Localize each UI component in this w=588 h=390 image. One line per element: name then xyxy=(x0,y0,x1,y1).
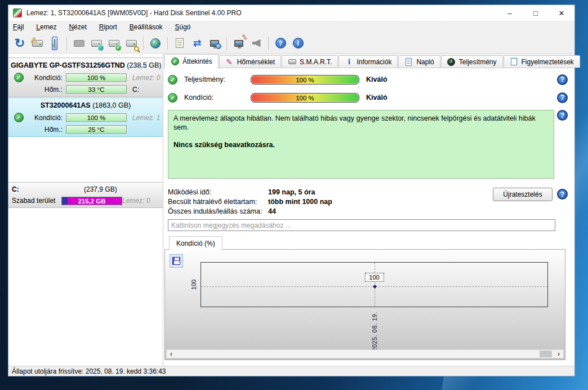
title-bar: Lemez: 1, ST32000641AS [9WM05V0D] - Hard… xyxy=(8,5,574,21)
help-icon[interactable]: ? xyxy=(273,36,288,51)
disk-size: (238,5 GB) xyxy=(127,61,161,69)
disk-panel-0[interactable]: GIGABYTE GP-GSTFS31256GTND (238,5 GB) Ko… xyxy=(8,57,163,97)
tab-label: S.M.A.R.T. xyxy=(300,58,332,66)
disk-name: ST32000641AS xyxy=(41,101,91,109)
temperature-bar: 25 °C xyxy=(66,125,127,134)
info-icon[interactable]: i xyxy=(290,36,306,51)
help-icon[interactable] xyxy=(557,110,568,121)
temperature-label: Hőm.: xyxy=(25,86,63,94)
sound-icon[interactable] xyxy=(248,36,264,51)
condition-chart-panel: 100 100 2025. 08. 19. ‹ › xyxy=(164,249,565,360)
help-icon[interactable] xyxy=(557,189,568,200)
toolbar-separator xyxy=(66,37,67,50)
help-icon[interactable] xyxy=(557,92,568,103)
content-area: Áttekintés Hőmérséklet S.M.A.R.T. Inform… xyxy=(163,54,574,366)
close-button[interactable]: ✕ xyxy=(549,5,574,21)
tab-log[interactable]: Napló xyxy=(398,55,440,68)
chart-tab-condition[interactable]: Kondíció (%) xyxy=(169,236,222,250)
help-icon[interactable] xyxy=(557,74,568,85)
tab-smart[interactable]: S.M.A.R.T. xyxy=(282,55,338,68)
condition-bar: 100 % xyxy=(66,113,127,122)
disk-number-label: Lemez: 0 xyxy=(132,74,160,82)
tab-overview[interactable]: Áttekintés xyxy=(164,54,219,68)
disk-icon xyxy=(288,59,296,64)
partition-size: (237,9 GB) xyxy=(84,185,117,193)
condition-bar: 100 % xyxy=(251,93,359,103)
menu-disk[interactable]: Lemez xyxy=(36,21,62,33)
free-space-label: Szabad terület xyxy=(12,197,61,205)
chart-horizontal-scrollbar[interactable]: ‹ › xyxy=(166,349,564,358)
chart-plot-area: 100 xyxy=(201,262,548,307)
scroll-left-arrow[interactable]: ‹ xyxy=(167,350,176,358)
retest-button[interactable]: Újratesztelés xyxy=(493,188,553,201)
app-window: Lemez: 1, ST32000641AS [9WM05V0D] - Hard… xyxy=(8,5,575,376)
save-chart-button[interactable] xyxy=(170,254,183,268)
menu-file[interactable]: Fájl xyxy=(13,21,29,33)
overview-body: Teljesítmény: 100 % Kiváló Kondíció: 100… xyxy=(163,68,574,366)
menu-view[interactable]: Nézet xyxy=(69,21,92,33)
gauge-icon xyxy=(447,58,455,66)
maximize-button[interactable]: □ xyxy=(523,5,549,21)
menu-settings[interactable]: Beállítások xyxy=(130,21,168,33)
disk-number-label: Lemez: 0 xyxy=(122,197,150,205)
comment-input[interactable] xyxy=(168,219,555,231)
network-disk-icon[interactable] xyxy=(148,36,163,51)
stat-value: több mint 1000 nap xyxy=(268,198,332,206)
tab-label: Információk xyxy=(357,58,391,66)
remote-computer-icon[interactable] xyxy=(207,36,222,51)
report-icon[interactable] xyxy=(172,36,188,51)
condition-label: Kondíció: xyxy=(184,94,251,101)
disk-panel-1-selected[interactable]: ST32000641AS (1863,0 GB) Kondíció: 100 %… xyxy=(8,98,163,137)
stat-label: Becsült hátralévő élettartam: xyxy=(168,198,268,206)
condition-label: Kondíció: xyxy=(25,114,63,122)
toolbar-separator xyxy=(268,37,269,50)
tab-temperature[interactable]: Hőmérséklet xyxy=(219,55,281,68)
menu-help[interactable]: Súgó xyxy=(175,21,196,33)
disk-check-icon[interactable]: ✓ xyxy=(106,36,122,51)
tab-performance[interactable]: Teljesítmény xyxy=(441,55,503,68)
scroll-right-arrow[interactable]: › xyxy=(554,350,563,358)
tab-label: Figyelmeztetések xyxy=(522,58,574,66)
menu-report[interactable]: Riport xyxy=(99,21,123,33)
ok-icon xyxy=(168,93,177,103)
data-point-label: 100 xyxy=(364,273,384,282)
temperature-bar: 33 °C xyxy=(66,85,127,94)
disk-search-icon[interactable] xyxy=(123,36,139,51)
scrollbar-thumb[interactable] xyxy=(540,351,552,357)
thermometer-icon xyxy=(225,57,234,66)
status-textbox: A merevlemez állapota hibátlan. Nem talá… xyxy=(168,110,554,179)
tab-alerts[interactable]: Figyelmeztetések xyxy=(504,55,580,68)
disk-title: ST32000641AS (1863,0 GB) xyxy=(11,101,161,109)
log-icon xyxy=(406,58,412,66)
info-icon xyxy=(345,57,353,66)
ok-icon xyxy=(168,75,177,85)
menu-bar: Fájl Lemez Nézet Riport Beállítások Súgó xyxy=(8,21,574,33)
toolbar: ↻ ⚠ ✓ ⇄ ✎ ? i xyxy=(8,33,574,54)
y-axis-tick: 100 xyxy=(190,276,197,293)
tab-label: Áttekintés xyxy=(182,57,212,65)
performance-row: Teljesítmény: 100 % Kiváló xyxy=(168,74,568,85)
tab-label: Napló xyxy=(416,58,434,66)
minimize-button[interactable]: – xyxy=(497,5,523,21)
toolbar-separator xyxy=(167,37,168,50)
performance-rating: Kiváló xyxy=(366,76,387,83)
tab-information[interactable]: Információk xyxy=(338,55,398,68)
display-settings-icon[interactable]: ✎ xyxy=(231,36,247,51)
mail-sync-icon[interactable]: ⇄ xyxy=(189,36,205,51)
refresh-icon[interactable]: ↻ xyxy=(12,36,28,51)
partition-panel[interactable]: C: (237,9 GB) Szabad terület 215,2 GB Le… xyxy=(8,182,163,208)
toolbar-separator xyxy=(143,37,144,50)
free-space-value: 215,2 GB xyxy=(78,198,105,205)
drive-letters: C: xyxy=(132,86,139,94)
app-icon xyxy=(13,8,22,17)
disk-select-icon[interactable] xyxy=(47,36,63,51)
data-point xyxy=(372,285,376,289)
tab-label: Hőmérséklet xyxy=(237,58,275,66)
disk-clock-icon[interactable] xyxy=(88,36,104,51)
disk-number-label: Lemez: 1 xyxy=(132,114,160,122)
x-axis-date-label: 2025. 08. 19. xyxy=(371,312,378,352)
disk-size: (1863,0 GB) xyxy=(92,101,131,109)
disk-ok-icon xyxy=(14,113,24,122)
sidebar-spacer xyxy=(8,137,163,182)
disk-warning-icon[interactable]: ⚠ xyxy=(29,36,45,51)
